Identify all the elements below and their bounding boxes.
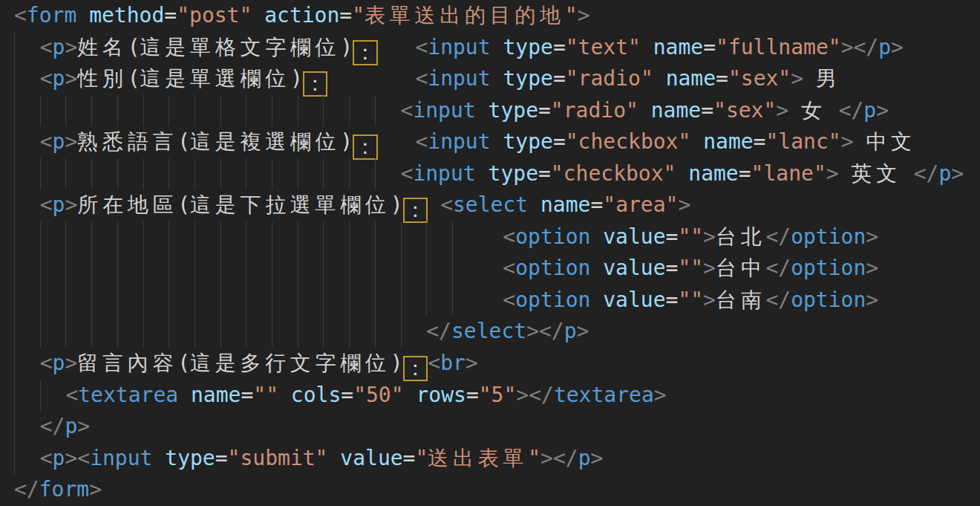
code-token: type <box>503 35 552 59</box>
code-token: "sex" <box>728 66 791 91</box>
code-token: = <box>701 98 713 123</box>
code-token: textarea <box>554 383 654 407</box>
code-token: < <box>503 256 515 280</box>
code-token: "fullname" <box>716 35 841 59</box>
indent-guide <box>65 95 91 127</box>
code-token: 台中 <box>716 256 765 280</box>
code-token: < <box>65 383 78 407</box>
code-token: = <box>241 383 253 407</box>
code-token: " <box>565 3 578 27</box>
code-token: name <box>653 35 703 59</box>
code-line[interactable]: <p>熟悉語言(這是複選欄位)：<input type="checkbox" n… <box>14 126 980 158</box>
code-token: > <box>866 288 878 312</box>
indent-guide <box>298 95 324 127</box>
code-line[interactable]: <p><input type="submit" value="送出表單"></p… <box>14 443 980 475</box>
code-token: ) <box>290 66 303 91</box>
code-line[interactable]: </p> <box>14 411 980 443</box>
code-token: ( <box>177 351 190 375</box>
code-editor: <form method="post" action="表單送出的目的地"><p… <box>0 0 980 506</box>
indent-guide <box>14 32 40 64</box>
code-token: 這是複選欄位 <box>190 129 340 154</box>
indent-guide <box>40 285 66 317</box>
code-token: < <box>440 192 453 217</box>
code-line[interactable]: <p>姓名(這是單格文字欄位)：<input type="text" name=… <box>14 32 980 64</box>
code-token: option <box>791 256 866 280</box>
code-token: > <box>703 256 716 280</box>
indent-guide <box>349 316 375 348</box>
code-token: </ <box>765 288 791 312</box>
indent-guide <box>272 316 298 348</box>
code-line[interactable]: </select></p> <box>14 316 980 348</box>
indent-guide <box>246 221 272 253</box>
code-token: ( <box>177 192 190 217</box>
code-token <box>476 98 489 123</box>
code-line[interactable]: <option value="">台北</option> <box>14 221 980 253</box>
code-token: </ <box>40 414 65 438</box>
code-token: "checkbox" <box>551 161 676 186</box>
indent-guide <box>65 316 91 348</box>
indent-guide <box>14 285 40 317</box>
indent-guide <box>323 221 349 253</box>
code-token: > <box>578 3 590 27</box>
code-token: < <box>40 129 53 154</box>
indent-guide <box>117 95 143 127</box>
indent-guide <box>426 221 452 253</box>
indent-guide <box>452 221 478 253</box>
code-token: = <box>754 129 766 154</box>
code-token: "post" <box>177 3 252 27</box>
code-line[interactable]: <input type="checkbox" name="lane"> 英文 <… <box>14 158 980 190</box>
code-token <box>641 35 653 59</box>
code-token: "50" <box>353 383 403 407</box>
code-token: value <box>603 256 665 280</box>
indent-guide <box>14 95 40 127</box>
code-token: value <box>603 224 665 249</box>
code-token: = <box>339 3 352 27</box>
code-line[interactable]: <textarea name="" cols="50" rows="5"></t… <box>14 380 980 412</box>
indent-guide <box>91 285 117 317</box>
code-token: "text" <box>566 35 641 59</box>
code-line[interactable]: <form method="post" action="表單送出的目的地"> <box>14 0 980 32</box>
code-token: type <box>503 66 552 91</box>
indent-guide <box>14 348 40 380</box>
code-token: p <box>53 446 65 470</box>
indent-guide <box>14 411 40 443</box>
code-token: p <box>53 129 65 154</box>
code-token: ) <box>391 351 403 375</box>
code-token: ></ <box>516 383 554 407</box>
code-line[interactable]: <option value="">台南</option> <box>14 285 980 317</box>
code-line[interactable]: </form> <box>14 474 980 506</box>
indent-guide <box>401 285 427 317</box>
indent-guide <box>40 380 66 412</box>
code-token: name <box>666 66 716 91</box>
code-token: input <box>428 35 490 59</box>
code-token: input <box>413 161 475 186</box>
indent-guide <box>426 285 452 317</box>
code-line[interactable]: <p>性別(這是單選欄位)：<input type="radio" name="… <box>14 63 980 95</box>
code-token: < <box>401 161 414 186</box>
code-token: = <box>666 256 679 280</box>
code-token: < <box>40 35 53 59</box>
indent-guide <box>298 158 324 190</box>
code-token: "" <box>678 224 703 249</box>
code-token <box>653 66 666 91</box>
code-token <box>901 161 914 186</box>
indent-guide <box>298 285 324 317</box>
indent-guide <box>272 253 298 285</box>
code-line[interactable]: <p>所在地區(這是下拉選單欄位)：<select name="area"> <box>14 189 980 221</box>
code-token: select <box>451 319 526 343</box>
indent-guide <box>195 285 220 317</box>
code-token: value <box>340 446 402 470</box>
code-line[interactable]: <p>留言內容(這是多行文字欄位)：<br> <box>14 348 980 380</box>
code-line[interactable]: <option value="">台中</option> <box>14 253 980 285</box>
indent-guide <box>349 253 375 285</box>
code-token: < <box>40 446 53 470</box>
unicode-highlight-box: ： <box>353 40 378 65</box>
code-token: > <box>866 224 878 249</box>
indent-guide <box>91 316 117 348</box>
code-token: = <box>215 446 228 470</box>
code-token: = <box>739 161 751 186</box>
indent-guide <box>40 316 66 348</box>
code-token: rows <box>416 383 466 407</box>
indent-guide <box>40 221 66 253</box>
code-line[interactable]: <input type="radio" name="sex"> 女 </p> <box>14 95 980 127</box>
